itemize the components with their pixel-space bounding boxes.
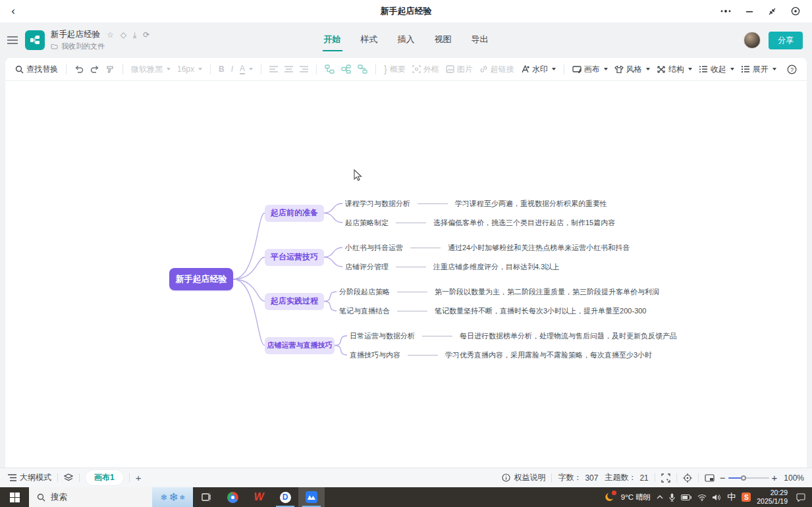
- fit-screen-icon[interactable]: [661, 473, 670, 483]
- back-button[interactable]: ‹: [0, 5, 26, 18]
- mindmap-topic-text[interactable]: 课程学习与数据分析: [345, 199, 410, 209]
- wifi-icon[interactable]: [697, 494, 707, 501]
- tab-开始[interactable]: 开始: [323, 29, 342, 51]
- align-right-icon[interactable]: [296, 66, 311, 73]
- align-left-icon[interactable]: [266, 66, 281, 73]
- cloud-sync-icon[interactable]: ⟳: [143, 30, 149, 40]
- tab-样式[interactable]: 样式: [360, 29, 379, 51]
- undo-icon[interactable]: [71, 65, 87, 74]
- canvas-button[interactable]: 画布: [569, 64, 611, 75]
- menu-icon[interactable]: [0, 36, 25, 44]
- start-button[interactable]: [0, 487, 29, 507]
- mindmap-child-row[interactable]: 笔记与直播结合笔记数量坚持不断，直播时长每次3小时以上，提升单量至200-300: [339, 305, 647, 317]
- tab-导出[interactable]: 导出: [470, 29, 490, 51]
- font-family-select[interactable]: 微软雅黑: [128, 64, 174, 75]
- italic-button[interactable]: I: [228, 65, 236, 74]
- expand-button[interactable]: 展开: [738, 64, 780, 75]
- mindmap-note-text[interactable]: 选择偏低客单价，挑选三个类目进行起店，制作15篇内容: [433, 218, 615, 228]
- font-size-select[interactable]: 16px: [174, 65, 205, 74]
- browser-icon[interactable]: D: [272, 487, 298, 507]
- microphone-icon[interactable]: [669, 493, 675, 502]
- ime-indicator[interactable]: 中: [727, 491, 736, 503]
- target-icon[interactable]: [791, 7, 800, 16]
- summary-button[interactable]: }概要: [381, 64, 409, 75]
- chrome-icon[interactable]: [219, 487, 246, 507]
- rights-info-button[interactable]: 权益说明: [502, 472, 545, 483]
- image-button[interactable]: 图片: [443, 64, 476, 75]
- mindmap-note-text[interactable]: 第一阶段以数量为主，第二阶段注重质量，第三阶段提升客单价与利润: [435, 287, 659, 297]
- mindmap-topic-text[interactable]: 店铺评分管理: [345, 262, 389, 272]
- mindmap-topic-text[interactable]: 分阶段起店策略: [339, 287, 390, 297]
- tray-expand-icon[interactable]: [657, 495, 663, 499]
- tag-icon[interactable]: ◇: [121, 30, 126, 40]
- mindmap-child-row[interactable]: 店铺评分管理注重店铺多维度评分，目标达到4.3以上: [345, 261, 559, 273]
- redo-icon[interactable]: [87, 65, 103, 74]
- mindmap-topic-text[interactable]: 小红书与抖音运营: [345, 243, 403, 253]
- format-painter-icon[interactable]: [103, 65, 118, 74]
- find-replace-button[interactable]: 查找替换: [12, 64, 61, 75]
- mindmap-note-text[interactable]: 每日进行数据榜单分析，处理物流与售后问题，及时更新负反馈产品: [460, 331, 677, 341]
- zoom-in-button[interactable]: +: [772, 472, 778, 483]
- volume-icon[interactable]: [713, 494, 721, 501]
- insert-topic-icon[interactable]: [321, 65, 338, 74]
- sogou-icon[interactable]: S: [742, 493, 751, 502]
- bold-button[interactable]: B: [215, 65, 228, 74]
- mindmap-note-text[interactable]: 注重店铺多维度评分，目标达到4.3以上: [433, 262, 559, 272]
- more-icon[interactable]: [720, 10, 731, 13]
- taskbar-search-input[interactable]: 搜索: [29, 487, 152, 507]
- font-color-button[interactable]: A: [236, 64, 256, 74]
- zoom-slider[interactable]: [728, 477, 769, 479]
- insert-subtopic-icon[interactable]: [338, 65, 354, 74]
- mindmap-topic-text[interactable]: 日常运营与数据分析: [350, 331, 415, 341]
- watermark-button[interactable]: 水印: [518, 64, 559, 75]
- mindmap-branch-node[interactable]: 起店实践过程: [265, 293, 324, 310]
- style-button[interactable]: 风格: [611, 64, 653, 75]
- mindmap-note-text[interactable]: 笔记数量坚持不断，直播时长每次3小时以上，提升单量至200-300: [435, 306, 647, 316]
- mindmap-root-node[interactable]: 新手起店经验: [169, 268, 233, 290]
- doc-title[interactable]: 新手起店经验: [51, 29, 100, 40]
- outline-mode-button[interactable]: 大纲模式: [8, 472, 51, 483]
- mindmap-note-text[interactable]: 学习课程至少两遍，重视数据分析积累的重要性: [455, 199, 607, 209]
- mindmap-topic-text[interactable]: 直播技巧与内容: [350, 350, 400, 360]
- star-icon[interactable]: ☆: [107, 30, 114, 40]
- download-icon[interactable]: ⤓: [133, 30, 136, 40]
- minimize-icon[interactable]: [745, 7, 753, 15]
- mindmap-canvas[interactable]: 新手起店经验起店前的准备课程学习与数据分析学习课程至少两遍，重视数据分析积累的重…: [5, 81, 807, 467]
- mindmap-branch-node[interactable]: 起店前的准备: [265, 205, 324, 222]
- frame-button[interactable]: 外框: [409, 64, 443, 75]
- mindmap-child-row[interactable]: 课程学习与数据分析学习课程至少两遍，重视数据分析积累的重要性: [345, 198, 607, 209]
- notification-icon[interactable]: [796, 493, 805, 502]
- restore-icon[interactable]: [768, 7, 776, 16]
- wps-icon[interactable]: W: [246, 487, 272, 507]
- collapse-button[interactable]: 收起: [695, 64, 738, 75]
- mindmap-topic-text[interactable]: 起店策略制定: [345, 218, 389, 228]
- structure-button[interactable]: 结构: [653, 64, 695, 75]
- weather-widget[interactable]: ❄❄❄: [152, 487, 193, 507]
- mindmap-child-row[interactable]: 分阶段起店策略第一阶段以数量为主，第二阶段注重质量，第三阶段提升客单价与利润: [339, 286, 659, 298]
- task-view-icon[interactable]: [193, 487, 219, 507]
- weather-tray-icon[interactable]: [605, 492, 615, 502]
- mindmap-child-row[interactable]: 小红书与抖音运营通过24小时加够粉丝和关注热点榜单来运营小红书和抖音: [345, 242, 630, 254]
- mindmap-child-row[interactable]: 起店策略制定选择偏低客单价，挑选三个类目进行起店，制作15篇内容: [345, 217, 615, 228]
- canvas-tab[interactable]: 画布1: [86, 470, 123, 485]
- hyperlink-button[interactable]: 超链接: [476, 64, 518, 75]
- locate-center-icon[interactable]: [683, 473, 692, 483]
- layers-icon[interactable]: [64, 473, 73, 482]
- insert-sibling-icon[interactable]: [354, 65, 371, 74]
- align-center-icon[interactable]: [281, 66, 296, 73]
- share-button[interactable]: 分享: [769, 32, 803, 49]
- mindmap-topic-text[interactable]: 笔记与直播结合: [339, 306, 390, 316]
- help-icon[interactable]: ?: [784, 65, 800, 74]
- mindmap-note-text[interactable]: 通过24小时加够粉丝和关注热点榜单来运营小红书和抖音: [448, 243, 630, 253]
- mindmap-child-row[interactable]: 日常运营与数据分析每日进行数据榜单分析，处理物流与售后问题，及时更新负反馈产品: [350, 330, 677, 342]
- mindmap-branch-node[interactable]: 平台运营技巧: [265, 249, 324, 266]
- doc-location[interactable]: 我收到的文件: [61, 41, 105, 51]
- mindmap-app-icon[interactable]: [298, 487, 325, 507]
- weather-temp-text[interactable]: 9°C 晴朗: [621, 493, 651, 502]
- clock[interactable]: 20:292025/1/19: [757, 489, 788, 506]
- zoom-out-button[interactable]: −: [720, 472, 726, 483]
- tab-插入[interactable]: 插入: [396, 29, 416, 51]
- mindmap-note-text[interactable]: 学习优秀直播内容，采用露脸与不露脸策略，每次直播至少3小时: [445, 350, 652, 360]
- battery-icon[interactable]: [681, 494, 691, 500]
- user-avatar[interactable]: [744, 32, 761, 49]
